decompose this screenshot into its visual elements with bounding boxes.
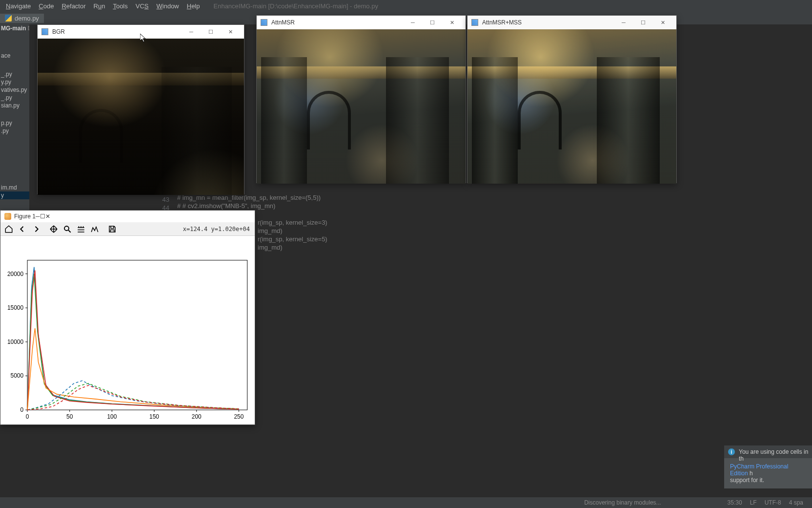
window-attnmsr[interactable]: AttnMSR ─ ☐ ✕ bbox=[256, 15, 466, 183]
minimize-button[interactable]: ─ bbox=[36, 213, 40, 220]
menu-refactor[interactable]: Refactor bbox=[58, 1, 89, 11]
svg-text:5000: 5000 bbox=[11, 372, 24, 379]
forward-icon[interactable] bbox=[30, 223, 42, 235]
figure-toolbar: x=124.4 y=1.020e+04 bbox=[0, 222, 255, 236]
close-button[interactable]: ✕ bbox=[221, 25, 240, 39]
figure-plot[interactable]: 05000100001500020000050100150200250 bbox=[0, 236, 255, 424]
edit-icon[interactable] bbox=[88, 223, 101, 235]
window-attnmsrmss[interactable]: AttnMSR+MSS ─ ☐ ✕ bbox=[467, 15, 677, 183]
window-title: EnhanceIMG-main [D:\code\EnhanceIMG-main… bbox=[214, 2, 378, 10]
status-cursor-pos[interactable]: 35:30 bbox=[724, 499, 746, 506]
svg-text:10000: 10000 bbox=[7, 339, 24, 345]
status-discovering: Discovering binary modules... bbox=[580, 499, 665, 506]
tab-demo-py[interactable]: demo.py bbox=[0, 14, 44, 23]
python-icon bbox=[5, 15, 12, 21]
menu-window[interactable]: Window bbox=[153, 1, 183, 11]
sidebar-file[interactable]: .py bbox=[0, 127, 29, 135]
window-bgr[interactable]: BGR ─ ☐ ✕ bbox=[37, 24, 244, 194]
svg-text:200: 200 bbox=[192, 413, 202, 420]
status-bar: Discovering binary modules... 35:30 LF U… bbox=[0, 497, 812, 508]
minimize-button[interactable]: ─ bbox=[403, 16, 423, 29]
close-button[interactable]: ✕ bbox=[45, 213, 50, 220]
notification-text: support for it. bbox=[730, 477, 764, 484]
menu-vcs[interactable]: VCS bbox=[132, 1, 153, 11]
sidebar-file[interactable]: vatives.py bbox=[0, 86, 29, 94]
close-button[interactable]: ✕ bbox=[653, 16, 672, 29]
svg-point-1 bbox=[64, 226, 69, 231]
svg-marker-0 bbox=[140, 34, 145, 42]
close-button[interactable]: ✕ bbox=[442, 16, 462, 29]
svg-text:20000: 20000 bbox=[7, 271, 24, 277]
gutter: 43 44 bbox=[153, 195, 172, 212]
sidebar-file[interactable]: sian.py bbox=[0, 102, 29, 109]
menu-run[interactable]: Run bbox=[90, 1, 109, 11]
menu-help[interactable]: Help bbox=[183, 1, 204, 11]
window-title-attnmsrmss: AttnMSR+MSS bbox=[482, 19, 522, 26]
svg-text:100: 100 bbox=[107, 413, 117, 420]
back-icon[interactable] bbox=[16, 223, 29, 235]
menu-navigate[interactable]: NNavigateavigate bbox=[2, 1, 35, 11]
menu-code[interactable]: Code bbox=[35, 1, 58, 11]
project-sidebar: MG-main D:\co ace _.py y.py vatives.py _… bbox=[0, 24, 29, 220]
sidebar-file[interactable]: y bbox=[0, 191, 29, 199]
menu-tools[interactable]: Tools bbox=[109, 1, 131, 11]
project-root[interactable]: MG-main D:\co bbox=[0, 24, 29, 32]
pan-icon[interactable] bbox=[47, 223, 60, 235]
notification-bubble[interactable]: i You are using code cells in th PyCharm… bbox=[724, 445, 812, 488]
image-bgr bbox=[38, 39, 244, 195]
sidebar-file[interactable]: y.py bbox=[0, 78, 29, 86]
minimize-button[interactable]: ─ bbox=[614, 16, 633, 29]
maximize-button[interactable]: ☐ bbox=[633, 16, 653, 29]
app-icon bbox=[41, 28, 48, 35]
matplotlib-icon bbox=[4, 213, 11, 220]
window-title-bgr: BGR bbox=[52, 28, 65, 35]
status-indent[interactable]: 4 spa bbox=[785, 499, 807, 506]
svg-text:50: 50 bbox=[66, 413, 73, 420]
cursor-icon bbox=[140, 34, 147, 42]
svg-rect-2 bbox=[27, 260, 247, 410]
window-title-attnmsr: AttnMSR bbox=[271, 19, 295, 26]
figure-coords: x=124.4 y=1.020e+04 bbox=[183, 226, 253, 233]
maximize-button[interactable]: ☐ bbox=[423, 16, 442, 29]
sidebar-file[interactable]: ace bbox=[0, 52, 29, 60]
sidebar-file[interactable]: _.py bbox=[0, 70, 29, 78]
sidebar-file[interactable]: _.py bbox=[0, 94, 29, 102]
status-encoding[interactable]: UTF-8 bbox=[761, 499, 785, 506]
svg-text:0: 0 bbox=[26, 413, 29, 420]
svg-text:0: 0 bbox=[20, 406, 23, 413]
sidebar-file[interactable]: p.py bbox=[0, 119, 29, 127]
notification-link[interactable]: PyCharm Professional Edition bbox=[730, 463, 788, 477]
info-icon: i bbox=[728, 448, 735, 455]
maximize-button[interactable]: ☐ bbox=[201, 25, 221, 39]
sidebar-file[interactable]: im.md bbox=[0, 184, 29, 191]
window-title-figure: Figure 1 bbox=[14, 213, 36, 220]
notification-title: You are using code cells in th bbox=[739, 448, 812, 462]
subplots-icon[interactable] bbox=[75, 223, 87, 235]
main-menubar: NNavigateavigate Code Refactor Run Tools… bbox=[0, 0, 812, 12]
maximize-button[interactable]: ☐ bbox=[40, 213, 45, 220]
app-icon bbox=[471, 19, 478, 26]
minimize-button[interactable]: ─ bbox=[182, 25, 201, 39]
svg-text:150: 150 bbox=[149, 413, 159, 420]
svg-text:250: 250 bbox=[234, 413, 244, 420]
zoom-icon[interactable] bbox=[61, 223, 74, 235]
save-icon[interactable] bbox=[106, 223, 119, 235]
home-icon[interactable] bbox=[2, 223, 15, 235]
tab-label: demo.py bbox=[15, 15, 39, 22]
image-attnmsr bbox=[257, 29, 466, 184]
app-icon bbox=[261, 19, 267, 26]
image-attnmsrmss bbox=[467, 29, 676, 184]
window-figure1[interactable]: Figure 1 ─ ☐ ✕ x=124.4 y=1. bbox=[0, 210, 255, 425]
svg-text:15000: 15000 bbox=[7, 304, 24, 311]
status-line-sep[interactable]: LF bbox=[746, 499, 761, 506]
